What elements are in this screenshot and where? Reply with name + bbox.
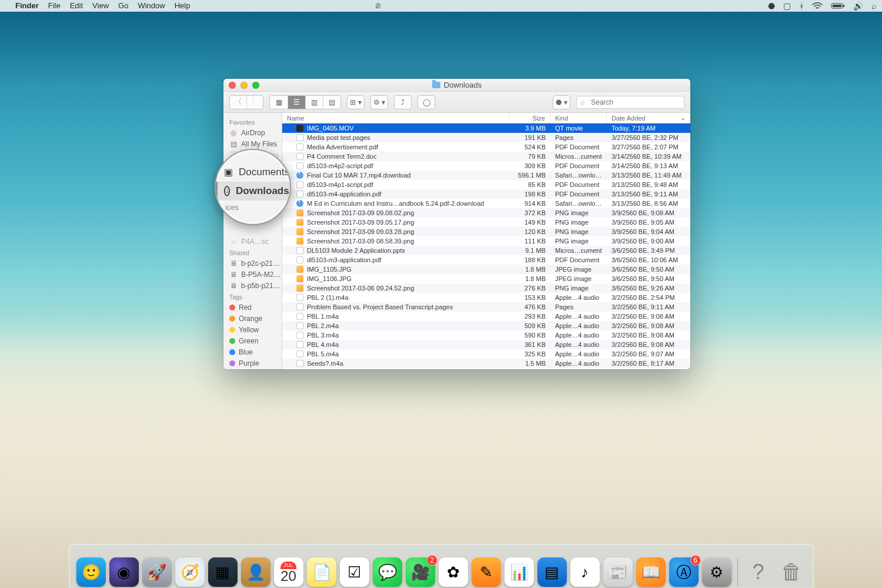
view-gallery-button[interactable]: ▤: [323, 96, 340, 109]
table-row[interactable]: PBL 1.m4a293 KBApple…4 audio3/2/2560 BE,…: [282, 312, 690, 321]
menubar-app-name[interactable]: Finder: [15, 1, 39, 10]
table-row[interactable]: dl5103-m2p2-script.pdf314 KBPDF Document…: [282, 368, 690, 369]
wifi-icon[interactable]: [812, 2, 823, 9]
col-name[interactable]: Name: [282, 113, 509, 123]
sidebar-tag-blue[interactable]: Blue: [223, 346, 282, 358]
table-row[interactable]: PBL 2 (1).m4a153 KBApple…4 audio3/2/2560…: [282, 293, 690, 302]
dock-itunes[interactable]: ♪: [570, 557, 600, 587]
zoom-button[interactable]: [252, 82, 259, 89]
view-icon-button[interactable]: ▦: [270, 96, 288, 109]
dock-contacts[interactable]: 👤: [241, 557, 270, 587]
dock-notes[interactable]: 📄: [307, 557, 336, 587]
dock-ibooks[interactable]: 📖: [636, 557, 666, 587]
table-row[interactable]: Media post test.pages191 KBPages3/27/256…: [282, 133, 690, 142]
col-kind[interactable]: Kind: [550, 113, 607, 123]
sidebar-item-extra[interactable]: ▱P4A…sc: [223, 236, 282, 247]
dock-mission-control[interactable]: ▦: [208, 557, 238, 587]
table-row[interactable]: Screenshot 2017-03-09 09.03.28.png120 KB…: [282, 227, 690, 236]
minimize-button[interactable]: [240, 82, 248, 89]
dock-system-preferences[interactable]: ⚙︎: [702, 557, 731, 587]
menu-go[interactable]: Go: [118, 1, 128, 10]
dropbox-icon[interactable]: ⬣: [768, 1, 775, 11]
table-row[interactable]: dl5103-m3-application.pdf188 KBPDF Docum…: [282, 255, 690, 265]
table-row[interactable]: P4 Comment Term2.doc79 KBMicros…cument3/…: [282, 152, 690, 161]
view-list-button[interactable]: ☰: [288, 96, 305, 109]
dock-finder[interactable]: 🙂: [76, 557, 106, 587]
table-row[interactable]: PBL 2.m4a509 KBApple…4 audio3/2/2560 BE,…: [282, 321, 690, 330]
sidebar-tag-yellow[interactable]: Yellow: [223, 324, 282, 335]
search-input[interactable]: [576, 96, 684, 109]
table-row[interactable]: PBL 5.m4a325 KBApple…4 audio3/2/2560 BE,…: [282, 349, 690, 359]
dock-appstore[interactable]: Ⓐ6: [669, 557, 699, 587]
file-icon: [296, 153, 303, 160]
tags-button[interactable]: ◯: [418, 96, 435, 109]
dock-pages[interactable]: ✎: [472, 557, 501, 587]
airplay-icon[interactable]: ▢: [783, 1, 791, 11]
table-row[interactable]: Screenshot 2017-03-09 09.08.02.png372 KB…: [282, 208, 690, 218]
battery-icon[interactable]: [831, 2, 845, 9]
table-row[interactable]: IMG_1105.JPG1.8 MBJPEG image3/6/2560 BE,…: [282, 265, 690, 274]
spotlight-icon[interactable]: ⌕: [871, 1, 876, 11]
dock-facetime[interactable]: 🎥2: [406, 557, 435, 587]
dock-help[interactable]: ?: [744, 557, 773, 587]
table-row[interactable]: Screenshot 2017-03-09 09.05.17.png149 KB…: [282, 218, 690, 227]
sidebar-tag-green[interactable]: Green: [223, 335, 282, 346]
share-button[interactable]: ⤴︎: [395, 96, 411, 109]
screenshare-icon[interactable]: ⎚: [376, 1, 380, 10]
menu-help[interactable]: Help: [175, 1, 191, 10]
dock-messages[interactable]: 💬: [373, 557, 402, 587]
titlebar[interactable]: Downloads: [223, 79, 690, 92]
sidebar-tag-red[interactable]: Red: [223, 302, 282, 313]
table-row[interactable]: dl5103-m4-application.pdf198 KBPDF Docum…: [282, 189, 690, 199]
menu-file[interactable]: File: [48, 1, 61, 10]
col-date[interactable]: Date Added⌄: [607, 113, 690, 123]
table-row[interactable]: PBL 4.m4a361 KBApple…4 audio3/2/2560 BE,…: [282, 340, 690, 349]
table-row[interactable]: IMG_0405.MOV3.9 MBQT movieToday, 7:19 AM: [282, 123, 690, 133]
table-row[interactable]: IMG_1106.JPG1.8 MBJPEG image3/6/2560 BE,…: [282, 274, 690, 283]
menu-view[interactable]: View: [92, 1, 109, 10]
sidebar-item-all-files[interactable]: ▤All My Files: [223, 138, 282, 149]
menu-window[interactable]: Window: [138, 1, 165, 10]
col-size[interactable]: Size: [509, 113, 550, 123]
action-button[interactable]: ⚙︎ ▾: [371, 96, 387, 109]
table-row[interactable]: Screenshot 2017-03-09 08.58.39.png111 KB…: [282, 236, 690, 246]
file-rows[interactable]: IMG_0405.MOV3.9 MBQT movieToday, 7:19 AM…: [282, 123, 690, 369]
dock-trash[interactable]: 🗑: [777, 557, 806, 587]
computer-icon: 🖥: [229, 259, 238, 268]
sidebar-tag-orange[interactable]: Orange: [223, 313, 282, 324]
dock-calendar[interactable]: JUL20: [274, 557, 303, 587]
dock-photos[interactable]: ✿: [439, 557, 468, 587]
table-row[interactable]: Media Advertisement.pdf524 KBPDF Documen…: [282, 142, 690, 152]
dock-reminders[interactable]: ☑︎: [340, 557, 369, 587]
table-row[interactable]: Screenshot 2017-03-06 09.24.52.png276 KB…: [282, 283, 690, 293]
table-row[interactable]: Problem Based vs. Project Based Transcri…: [282, 302, 690, 312]
table-row[interactable]: M Ed in Curriculum and Instru…andbook 5.…: [282, 199, 690, 208]
table-row[interactable]: Final Cut 10 MAR 17.mp4.download596.1 MB…: [282, 171, 690, 180]
volume-icon[interactable]: 🔊: [853, 1, 863, 11]
view-column-button[interactable]: ▥: [305, 96, 323, 109]
sidebar-shared-0[interactable]: 🖥b-p2c-p21…: [223, 258, 282, 269]
dock-numbers[interactable]: 📊: [505, 557, 534, 587]
desktop: Finder File Edit View Go Window Help ⎚ ⬣…: [0, 0, 882, 588]
table-row[interactable]: dl5103-m4p1-script.pdf85 KBPDF Document3…: [282, 180, 690, 189]
menu-edit[interactable]: Edit: [70, 1, 83, 10]
table-row[interactable]: dl5103-m4p2-script.pdf309 KBPDF Document…: [282, 161, 690, 171]
sidebar-item-airdrop[interactable]: ◎AirDrop: [223, 127, 282, 138]
table-row[interactable]: DL5103 Module 2 Application.pptx9.1 MBMi…: [282, 246, 690, 255]
sidebar-shared-2[interactable]: 🖥b-p5b-p21…: [223, 280, 282, 291]
close-button[interactable]: [229, 82, 236, 89]
dock-news[interactable]: 📰: [603, 557, 633, 587]
back-button[interactable]: 〈: [230, 96, 246, 109]
forward-button[interactable]: 〉: [246, 96, 263, 109]
sidebar-shared-1[interactable]: 🖥B-P5A-M2…: [223, 269, 282, 280]
table-row[interactable]: PBL 3.m4a590 KBApple…4 audio3/2/2560 BE,…: [282, 330, 690, 340]
dropbox-toolbar-button[interactable]: ⬣ ▾: [553, 96, 570, 109]
dock-siri[interactable]: ◉: [109, 557, 139, 587]
dock-keynote[interactable]: ▤: [537, 557, 567, 587]
arrange-button[interactable]: ⊞ ▾: [348, 96, 364, 109]
sidebar-tag-purple[interactable]: Purple: [223, 358, 282, 369]
table-row[interactable]: Seeds?.m4a1.5 MBApple…4 audio3/2/2560 BE…: [282, 359, 690, 368]
dock-safari[interactable]: 🧭: [175, 557, 205, 587]
dock-launchpad[interactable]: 🚀: [142, 557, 172, 587]
bluetooth-icon[interactable]: ᚼ: [799, 1, 804, 11]
